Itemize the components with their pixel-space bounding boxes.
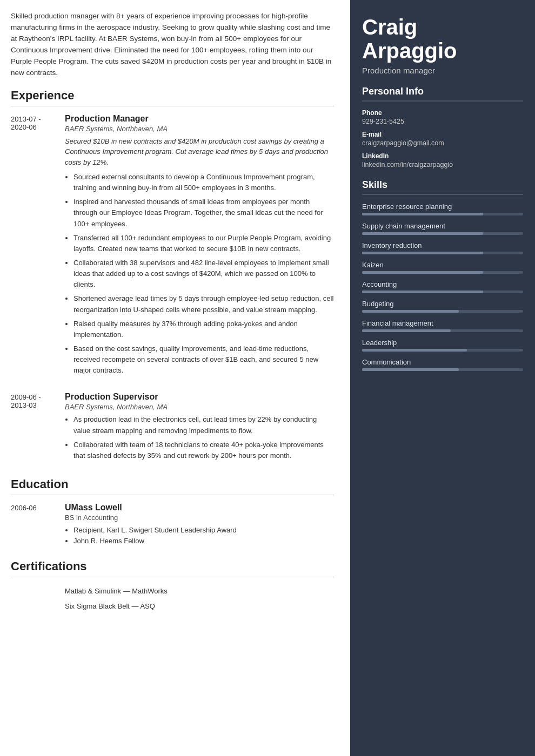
right-column: CraigArpaggio Production manager Persona… xyxy=(350,0,535,756)
skill-bar-bg-6 xyxy=(362,329,523,332)
skill-bar-fill-0 xyxy=(362,213,483,215)
email-label: E-mail xyxy=(362,131,523,138)
cert-text-2: Six Sigma Black Belt — ASQ xyxy=(65,600,155,612)
experience-section: Experience 2013-07 -2020-06 Production M… xyxy=(11,89,334,464)
personal-info-title: Personal Info xyxy=(362,86,523,102)
skill-label-1: Supply chain management xyxy=(362,222,523,230)
exp-company-1: BAER Systems, Northhaven, MA xyxy=(65,125,334,133)
exp-bullet-2-1: As production lead in the electronics ce… xyxy=(73,414,334,436)
skill-item-5: Budgeting xyxy=(362,300,523,313)
skill-label-7: Leadership xyxy=(362,339,523,347)
skill-bar-fill-8 xyxy=(362,368,459,371)
edu-content-1: UMass Lowell BS in Accounting Recipient,… xyxy=(65,503,334,546)
job-title: Production manager xyxy=(362,66,523,75)
edu-degree-1: BS in Accounting xyxy=(65,514,334,522)
exp-bullet-1-4: Collaborated with 38 supervisors and 482… xyxy=(73,258,334,290)
skill-item-0: Enterprise resource planning xyxy=(362,202,523,215)
certifications-title: Certifications xyxy=(11,559,334,577)
edu-bullet-1-1: Recipient, Karl L. Swigert Student Leade… xyxy=(73,525,334,536)
experience-entry-1: 2013-07 -2020-06 Production Manager BAER… xyxy=(11,114,334,380)
certifications-section: Certifications Matlab & Simulink — MathW… xyxy=(11,559,334,612)
skill-label-4: Accounting xyxy=(362,280,523,288)
skill-bar-fill-4 xyxy=(362,291,483,293)
skill-bar-fill-1 xyxy=(362,232,483,235)
skills-title: Skills xyxy=(362,179,523,195)
exp-date-1: 2013-07 -2020-06 xyxy=(11,114,54,380)
education-title: Education xyxy=(11,477,334,495)
skill-bar-bg-7 xyxy=(362,349,523,352)
cert-spacer-2 xyxy=(11,600,54,612)
experience-title: Experience xyxy=(11,89,334,106)
skill-item-3: Kaizen xyxy=(362,261,523,274)
skill-bar-fill-6 xyxy=(362,329,451,332)
skill-bar-fill-2 xyxy=(362,252,483,254)
exp-bullet-2-2: Collaborated with team of 18 technicians… xyxy=(73,440,334,461)
skill-bar-bg-8 xyxy=(362,368,523,371)
education-entry-1: 2006-06 UMass Lowell BS in Accounting Re… xyxy=(11,503,334,546)
skill-bar-bg-1 xyxy=(362,232,523,235)
exp-content-1: Production Manager BAER Systems, Northha… xyxy=(65,114,334,380)
cert-spacer-1 xyxy=(11,585,54,597)
skill-item-4: Accounting xyxy=(362,280,523,293)
skill-item-6: Financial management xyxy=(362,319,523,332)
exp-bullet-1-5: Shortened average lead times by 5 days t… xyxy=(73,293,334,315)
experience-entry-2: 2009-06 -2013-03 Production Supervisor B… xyxy=(11,392,334,464)
summary-text: Skilled production manager with 8+ years… xyxy=(11,11,334,79)
skill-bar-fill-5 xyxy=(362,310,459,313)
exp-company-2: BAER Systems, Northhaven, MA xyxy=(65,403,334,411)
phone-value: 929-231-5425 xyxy=(362,118,523,125)
certification-entry-2: Six Sigma Black Belt — ASQ xyxy=(11,600,334,612)
exp-bullet-1-2: Inspired and harvested thousands of smal… xyxy=(73,197,334,229)
exp-content-2: Production Supervisor BAER Systems, Nort… xyxy=(65,392,334,464)
skill-label-3: Kaizen xyxy=(362,261,523,269)
skills-list: Enterprise resource planningSupply chain… xyxy=(362,202,523,371)
skill-bar-bg-3 xyxy=(362,271,523,274)
edu-bullets-1: Recipient, Karl L. Swigert Student Leade… xyxy=(65,525,334,546)
exp-date-2: 2009-06 -2013-03 xyxy=(11,392,54,464)
edu-school-1: UMass Lowell xyxy=(65,503,334,512)
name-block: CraigArpaggio Production manager xyxy=(362,15,523,75)
exp-bullets-1: Sourced external consultants to develop … xyxy=(65,172,334,376)
education-section: Education 2006-06 UMass Lowell BS in Acc… xyxy=(11,477,334,546)
skill-label-5: Budgeting xyxy=(362,300,523,308)
skill-bar-fill-3 xyxy=(362,271,483,274)
cert-text-1: Matlab & Simulink — MathWorks xyxy=(65,585,168,597)
exp-title-1: Production Manager xyxy=(65,114,334,124)
exp-bullet-1-1: Sourced external consultants to develop … xyxy=(73,172,334,193)
certification-entry-1: Matlab & Simulink — MathWorks xyxy=(11,585,334,597)
skill-label-0: Enterprise resource planning xyxy=(362,202,523,211)
skill-item-8: Communication xyxy=(362,358,523,371)
email-value: craigzarpaggio@gmail.com xyxy=(362,139,523,147)
skill-label-2: Inventory reduction xyxy=(362,241,523,249)
skill-label-8: Communication xyxy=(362,358,523,366)
exp-bullet-1-7: Based on the cost savings, quality impro… xyxy=(73,343,334,376)
skill-bar-fill-7 xyxy=(362,349,467,352)
phone-label: Phone xyxy=(362,109,523,117)
candidate-name: CraigArpaggio xyxy=(362,15,523,63)
skill-bar-bg-4 xyxy=(362,291,523,293)
linkedin-label: LinkedIn xyxy=(362,152,523,160)
skill-item-2: Inventory reduction xyxy=(362,241,523,254)
exp-bullet-1-6: Raised quality measures by 37% through a… xyxy=(73,319,334,340)
exp-title-2: Production Supervisor xyxy=(65,392,334,402)
edu-bullet-1-2: John R. Heems Fellow xyxy=(73,536,334,546)
left-column: Skilled production manager with 8+ years… xyxy=(0,0,350,756)
linkedin-value: linkedin.com/in/craigzarpaggio xyxy=(362,161,523,168)
skill-label-6: Financial management xyxy=(362,319,523,327)
edu-date-1: 2006-06 xyxy=(11,503,54,546)
skill-bar-bg-5 xyxy=(362,310,523,313)
skill-bar-bg-0 xyxy=(362,213,523,215)
skill-item-7: Leadership xyxy=(362,339,523,352)
skill-bar-bg-2 xyxy=(362,252,523,254)
exp-bullet-1-3: Transferred all 100+ redundant employees… xyxy=(73,233,334,254)
exp-summary-1: Secured $10B in new contracts and $420M … xyxy=(65,136,334,168)
exp-bullets-2: As production lead in the electronics ce… xyxy=(65,414,334,461)
skill-item-1: Supply chain management xyxy=(362,222,523,235)
